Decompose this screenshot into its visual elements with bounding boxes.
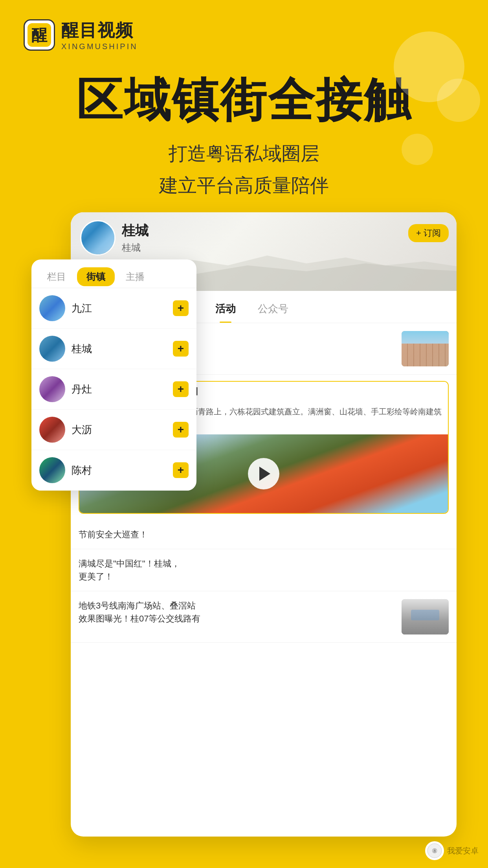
watermark-icon: ⑧	[425, 841, 444, 860]
deco-circle-small	[402, 134, 433, 165]
app-pinyin: XINGMUSHIPIN	[61, 42, 138, 51]
app-name: 醒目视频	[61, 19, 138, 42]
profile-info: 桂城 桂城	[122, 222, 149, 254]
hero-subtitle-line1: 打造粤语私域圈层	[24, 138, 464, 170]
street-avatar-dashan	[39, 417, 65, 443]
app-logo-text: 醒目视频 XINGMUSHIPIN	[61, 19, 138, 51]
street-add-danzao[interactable]: +	[173, 381, 189, 397]
street-add-chencun[interactable]: +	[173, 462, 189, 478]
street-tab-jiezhen[interactable]: 街镇	[77, 267, 115, 286]
tab-gongzhonghao[interactable]: 公众号	[248, 295, 298, 323]
content-item-5[interactable]: 地铁3号线南海广场站、叠滘站效果图曝光！桂07等公交线路有	[71, 591, 457, 643]
subscribe-button[interactable]: + 订阅	[408, 224, 449, 242]
hero-subtitle: 打造粤语私域圈层 建立平台高质量陪伴	[24, 138, 464, 202]
street-name-guicheng: 桂城	[72, 342, 167, 356]
content-thumb-1	[402, 331, 449, 366]
street-avatar-jiujiang	[39, 295, 65, 321]
street-name-dashan: 大沥	[72, 423, 167, 437]
subway-image	[402, 599, 449, 634]
watermark: ⑧ 我爱安卓	[425, 841, 479, 860]
app-logo-icon: 醒	[24, 19, 55, 51]
content-item-3[interactable]: 节前安全大巡查！	[71, 520, 457, 549]
profile-area: 桂城 桂城	[80, 220, 149, 256]
street-add-guicheng[interactable]: +	[173, 341, 189, 357]
street-avatar-guicheng	[39, 336, 65, 362]
street-tab-zhubao[interactable]: 主播	[118, 266, 152, 288]
street-tab-lanmu[interactable]: 栏目	[39, 266, 74, 288]
street-avatar-danzao	[39, 376, 65, 402]
street-item-jiujiang[interactable]: 九江 +	[31, 288, 196, 329]
street-add-jiujiang[interactable]: +	[173, 300, 189, 316]
street-item-dashan[interactable]: 大沥 +	[31, 410, 196, 450]
content-text-4: 满城尽是"中国红"！桂城，更美了！	[79, 557, 449, 583]
deco-circle-medium	[437, 79, 480, 122]
play-icon	[259, 467, 270, 481]
content-thumb-5	[402, 599, 449, 634]
play-overlay	[248, 458, 279, 489]
profile-tag: 桂城	[122, 241, 149, 254]
svg-text:⑧: ⑧	[432, 848, 437, 854]
svg-text:醒: 醒	[31, 26, 48, 44]
content-item-4[interactable]: 满城尽是"中国红"！桂城，更美了！	[71, 549, 457, 591]
profile-avatar	[80, 220, 116, 256]
content-text-3: 节前安全大巡查！	[79, 528, 449, 541]
street-add-dashan[interactable]: +	[173, 422, 189, 438]
tab-huodong[interactable]: 活动	[206, 295, 245, 323]
street-item-danzao[interactable]: 丹灶 +	[31, 369, 196, 410]
street-card-tabs: 栏目 街镇 主播	[31, 259, 196, 288]
cards-container: 桂城 桂城 + 订阅 栏目 街镇 主播 活动 公众号	[31, 212, 457, 837]
content-text-5: 地铁3号线南海广场站、叠滘站效果图曝光！桂07等公交线路有	[79, 599, 396, 625]
street-avatar-chencun	[39, 457, 65, 483]
watermark-label: 我爱安卓	[447, 846, 479, 856]
street-name-chencun: 陈村	[72, 463, 167, 477]
hero-subtitle-line2: 建立平台高质量陪伴	[24, 169, 464, 202]
street-list-card: 栏目 街镇 主播 九江 + 桂城 +	[31, 259, 196, 491]
street-name-danzao: 丹灶	[72, 383, 167, 396]
profile-name: 桂城	[122, 222, 149, 240]
street-item-chencun[interactable]: 陈村 +	[31, 450, 196, 491]
street-item-guicheng[interactable]: 桂城 +	[31, 329, 196, 369]
street-name-jiujiang: 九江	[72, 302, 167, 315]
